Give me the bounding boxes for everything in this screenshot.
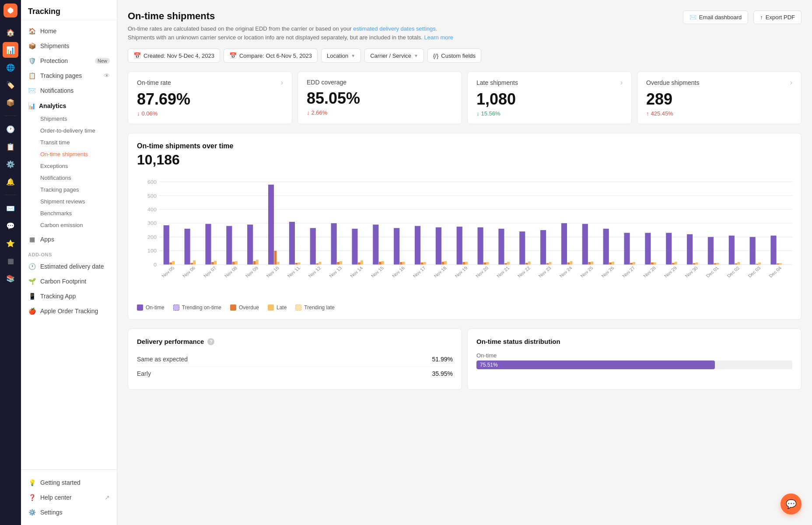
apps-label: Apps [40, 236, 54, 243]
rail-clock-icon[interactable]: 🕐 [3, 121, 18, 137]
calendar-icon-1: 📅 [133, 52, 141, 59]
sidebar-item-protection[interactable]: 🛡️ Protection New [21, 53, 117, 68]
sidebar-sub-notifications[interactable]: Notifications [21, 172, 117, 184]
metric-on-time-rate: On-time rate › 87.69% ↓ 0.06% [128, 71, 292, 124]
sidebar-item-tracking-pages[interactable]: 📋 Tracking pages 👁 [21, 68, 117, 83]
rail-settings-icon[interactable]: ⚙️ [3, 156, 18, 172]
info-icon[interactable]: ? [207, 338, 214, 345]
analytics-section: 📊 Analytics Shipments Order-to-delivery … [21, 98, 117, 232]
svg-rect-16 [172, 261, 175, 265]
sidebar-item-shipments[interactable]: 📦 Shipments [21, 38, 117, 53]
svg-text:Dec 03: Dec 03 [747, 266, 762, 278]
legend-dot-trending-on-time [173, 304, 179, 311]
rail-grid-icon[interactable]: ▦ [3, 253, 18, 269]
metric-overdue-header: Overdue shipments › [646, 79, 792, 87]
metric-overdue-shipments: Overdue shipments › 289 ↑ 425.45% [637, 71, 802, 124]
legend-trending-on-time: Trending on-time [173, 304, 221, 311]
svg-text:Nov 12: Nov 12 [307, 266, 322, 278]
rail-star-icon[interactable]: ⭐ [3, 235, 18, 251]
sidebar-item-analytics[interactable]: 📊 Analytics [21, 99, 117, 113]
sidebar-sub-tracking-pages[interactable]: Tracking pages [21, 184, 117, 196]
rail-tag-icon[interactable]: 🏷️ [3, 77, 18, 93]
sidebar-sub-on-time[interactable]: On-time shipments [21, 148, 117, 160]
sidebar-sub-shipments[interactable]: Shipments [21, 113, 117, 125]
svg-text:Nov 11: Nov 11 [287, 266, 301, 278]
rail-list-icon[interactable]: 📋 [3, 139, 18, 154]
filter-compare-button[interactable]: 📅 Compare: Oct 6-Nov 5, 2023 [224, 49, 318, 63]
sidebar-item-apps[interactable]: ▦ Apps [21, 232, 117, 247]
apps-icon: ▦ [28, 235, 36, 243]
svg-text:Nov 27: Nov 27 [621, 266, 636, 278]
filter-carrier-button[interactable]: Carrier / Service ▼ [364, 49, 424, 63]
sidebar-item-edd[interactable]: 🕐 Estimated delivery date [21, 259, 117, 274]
sidebar-item-tracking-app[interactable]: 📱 Tracking App [21, 289, 117, 304]
sidebar-item-help-center[interactable]: ❓ Help center ↗ [21, 490, 117, 505]
rail-globe-icon[interactable]: 🌐 [3, 60, 18, 75]
rail-bell-icon[interactable]: 🔔 [3, 174, 18, 189]
chat-button[interactable]: 💬 [780, 494, 802, 514]
metric-edd-coverage: EDD coverage 85.05% ↓ 2.66% [298, 71, 462, 124]
metric-late-arrow[interactable]: › [620, 79, 623, 87]
email-dashboard-button[interactable]: ✉️ Email dashboard [683, 10, 749, 24]
export-pdf-button[interactable]: ↑ Export PDF [753, 10, 802, 24]
svg-text:600: 600 [147, 179, 157, 185]
filter-custom-button[interactable]: {/} Custom fields [427, 49, 481, 63]
external-link-icon[interactable]: ↗ [105, 494, 110, 501]
svg-rect-92 [570, 261, 573, 265]
svg-text:Nov 06: Nov 06 [182, 266, 196, 278]
rail-analytics-icon[interactable]: 📊 [3, 42, 18, 58]
filter-created-button[interactable]: 📅 Created: Nov 5-Dec 4, 2023 [128, 49, 220, 63]
legend-late-label: Late [276, 304, 287, 311]
metric-overdue-arrow[interactable]: › [790, 79, 792, 87]
metric-on-time-value: 87.69% [137, 90, 283, 108]
status-bar-container: On-time 75.51% [476, 352, 792, 369]
rail-layers-icon[interactable]: 📚 [3, 270, 18, 286]
sidebar-item-settings[interactable]: ⚙️ Settings [21, 505, 117, 520]
rail-package-icon[interactable]: 📦 [3, 94, 18, 110]
sidebar-sub-benchmarks[interactable]: Benchmarks [21, 207, 117, 219]
rail-mail-icon[interactable]: ✉️ [3, 200, 18, 216]
sidebar-item-notifications[interactable]: ✉️ Notifications [21, 83, 117, 98]
home-icon: 🏠 [28, 27, 36, 35]
sidebar-sub-transit-time[interactable]: Transit time [21, 136, 117, 148]
metric-late-change-val: 15.56% [481, 110, 500, 117]
svg-rect-131 [777, 263, 779, 265]
getting-started-icon: 💡 [28, 479, 36, 486]
svg-rect-111 [672, 263, 675, 265]
rail-home-icon[interactable]: 🏠 [3, 24, 18, 40]
metric-late-change: ↓ 15.56% [476, 110, 623, 117]
rail-divider-1 [4, 116, 17, 116]
sidebar-sub-order-delivery[interactable]: Order-to-delivery time [21, 125, 117, 136]
sub-exceptions-label: Exceptions [40, 163, 68, 169]
sidebar-sub-carbon[interactable]: Carbon emission [21, 219, 117, 231]
analytics-icon: 📊 [28, 102, 35, 109]
sidebar-item-getting-started[interactable]: 💡 Getting started [21, 475, 117, 490]
upload-icon: ↑ [760, 14, 763, 21]
svg-rect-63 [421, 262, 424, 265]
sidebar-item-home[interactable]: 🏠 Home [21, 24, 117, 38]
svg-rect-43 [316, 263, 318, 265]
sidebar-sub-shipment-reviews[interactable]: Shipment reviews [21, 196, 117, 207]
sidebar-item-carbon-footprint[interactable]: 🌱 Carbon Footprint [21, 274, 117, 289]
filter-location-button[interactable]: Location ▼ [321, 49, 361, 63]
sidebar-header: Tracking [21, 0, 117, 20]
sidebar-item-apple-tracking[interactable]: 🍎 Apple Order Tracking [21, 304, 117, 318]
svg-rect-108 [654, 262, 656, 265]
perf-same-label: Same as expected [137, 356, 188, 363]
eye-icon[interactable]: 👁 [104, 72, 110, 79]
metric-on-time-arrow[interactable]: › [281, 79, 283, 87]
rail-chat-icon[interactable]: 💬 [3, 218, 18, 234]
metric-on-time-change: ↓ 0.06% [137, 110, 283, 117]
svg-text:Nov 20: Nov 20 [475, 266, 490, 278]
svg-rect-71 [462, 262, 465, 265]
subtitle-link-2[interactable]: Learn more [424, 34, 453, 41]
sidebar-sub-exceptions[interactable]: Exceptions [21, 160, 117, 172]
app-logo[interactable] [4, 4, 18, 18]
svg-text:Nov 18: Nov 18 [433, 266, 448, 278]
svg-rect-115 [693, 263, 696, 264]
subtitle-link-1[interactable]: estimated delivery dates settings. [353, 25, 437, 32]
apple-label: Apple Order Tracking [40, 308, 98, 315]
edd-label: Estimated delivery date [40, 263, 104, 270]
tracking-app-label: Tracking App [40, 293, 76, 300]
svg-rect-48 [340, 261, 342, 265]
